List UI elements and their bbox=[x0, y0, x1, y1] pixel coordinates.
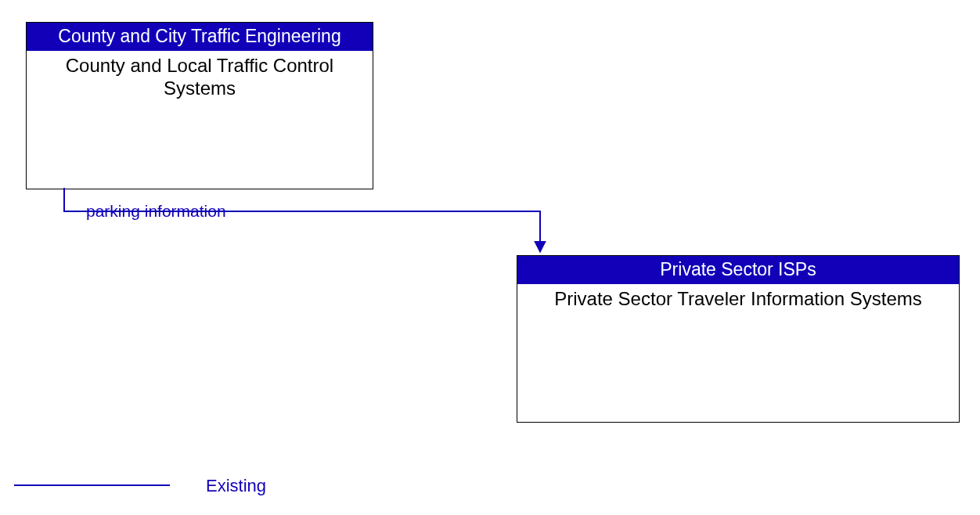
node-body: Private Sector Traveler Information Syst… bbox=[517, 284, 959, 315]
flow-label-parking-information: parking information bbox=[83, 202, 229, 221]
node-county-city-traffic-engineering: County and City Traffic Engineering Coun… bbox=[26, 22, 373, 189]
node-header: County and City Traffic Engineering bbox=[27, 23, 373, 51]
legend-label-existing: Existing bbox=[206, 476, 266, 496]
node-body: County and Local Traffic Control Systems bbox=[27, 51, 373, 104]
node-header: Private Sector ISPs bbox=[517, 256, 959, 284]
node-private-sector-isps: Private Sector ISPs Private Sector Trave… bbox=[517, 255, 960, 423]
